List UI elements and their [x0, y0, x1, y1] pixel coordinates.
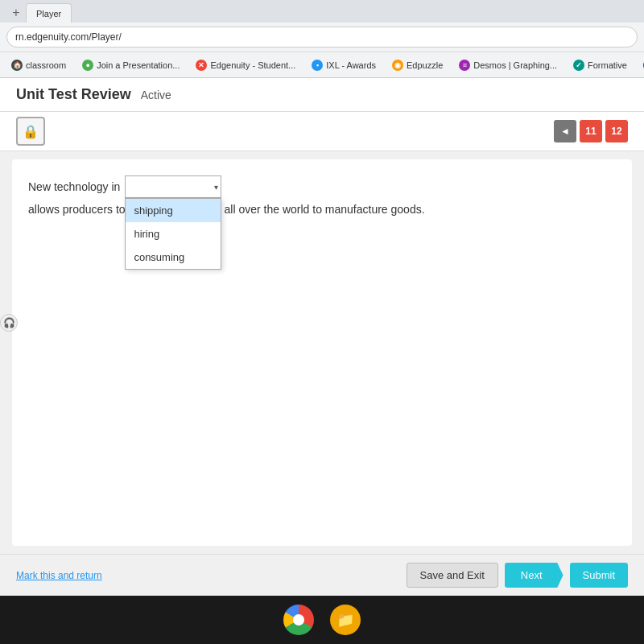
- dropdown-popup: shipping hiring consuming: [125, 198, 221, 270]
- page-header: Unit Test Review Active: [0, 78, 644, 112]
- bookmark-ixl-label: IXL - Awards: [326, 60, 376, 70]
- question-footer: Mark this and return Save and Exit Next …: [0, 554, 644, 596]
- bookmark-desmos[interactable]: ≡ Desmos | Graphing...: [454, 58, 562, 72]
- mark-return-link[interactable]: Mark this and return: [16, 570, 102, 581]
- taskbar: 📁: [0, 596, 644, 644]
- toolbar: 🔒 ◄ 11 12: [0, 112, 644, 151]
- lock-icon: 🔒: [23, 124, 39, 139]
- bookmark-formative-label: Formative: [588, 60, 627, 70]
- dropdown-container[interactable]: shipping hiring consuming ▾ shipping hir…: [125, 175, 221, 198]
- bookmark-edgenuity-label: Edgenuity - Student...: [210, 60, 295, 70]
- bookmark-classroom[interactable]: 🏠 classroom: [6, 58, 71, 72]
- lock-button[interactable]: 🔒: [16, 117, 45, 146]
- bookmark-join-presentation[interactable]: ● Join a Presentation...: [77, 58, 184, 72]
- question-text-before: New technology in: [28, 180, 120, 193]
- question-text-after: allows producers to use materials from a…: [28, 203, 425, 216]
- bookmark-edpuzzle-label: Edpuzzle: [407, 60, 443, 70]
- bookmark-edgenuity[interactable]: ✕ Edgenuity - Student...: [191, 58, 300, 72]
- submit-button[interactable]: Submit: [570, 563, 628, 588]
- option-hiring[interactable]: hiring: [126, 222, 221, 246]
- status-badge: Active: [141, 89, 171, 101]
- files-icon: 📁: [336, 611, 354, 629]
- prev-page-button[interactable]: ◄: [554, 120, 576, 142]
- chrome-taskbar-icon[interactable]: [283, 605, 314, 635]
- address-bar[interactable]: rn.edgenuity.com/Player/: [6, 27, 638, 47]
- files-taskbar-icon[interactable]: 📁: [330, 605, 361, 635]
- bookmarks-bar: 🏠 classroom ● Join a Presentation... ✕ E…: [0, 52, 644, 77]
- new-tab-button[interactable]: +: [6, 3, 26, 23]
- footer-buttons: Save and Exit Next Submit: [407, 563, 628, 588]
- chrome-inner-circle: [293, 614, 304, 625]
- bookmark-classroom-label: classroom: [26, 60, 66, 70]
- bookmark-pihma[interactable]: ◎ PIHMA C: [638, 58, 644, 72]
- page-title: Unit Test Review: [16, 86, 131, 103]
- question-text-row: New technology in shipping hiring consum…: [28, 175, 616, 216]
- ixl-icon: ▪: [312, 60, 323, 71]
- active-tab[interactable]: Player: [26, 3, 72, 23]
- page-12-button[interactable]: 12: [605, 120, 628, 142]
- option-shipping[interactable]: shipping: [126, 199, 221, 222]
- formative-icon: ✓: [573, 60, 584, 71]
- page-11-button[interactable]: 11: [580, 120, 602, 142]
- bookmark-edpuzzle[interactable]: ◉ Edpuzzle: [387, 58, 448, 72]
- address-bar-row: rn.edgenuity.com/Player/: [0, 23, 644, 52]
- tab-bar: + Player: [0, 0, 644, 23]
- audio-icon[interactable]: 🎧: [0, 314, 18, 332]
- bookmark-desmos-label: Desmos | Graphing...: [473, 60, 557, 70]
- save-exit-button[interactable]: Save and Exit: [407, 563, 498, 588]
- bookmark-join-label: Join a Presentation...: [97, 60, 180, 70]
- edgenuity-icon: ✕: [196, 60, 207, 71]
- question-area: 🎧 New technology in shipping hiring cons…: [12, 159, 632, 546]
- next-button[interactable]: Next: [505, 563, 564, 588]
- desmos-icon: ≡: [459, 60, 470, 71]
- join-presentation-icon: ●: [82, 60, 93, 71]
- classroom-icon: 🏠: [11, 60, 23, 71]
- bookmark-formative[interactable]: ✓ Formative: [568, 58, 632, 72]
- answer-dropdown[interactable]: shipping hiring consuming: [125, 175, 221, 198]
- bookmark-ixl[interactable]: ▪ IXL - Awards: [307, 58, 381, 72]
- option-consuming[interactable]: consuming: [126, 246, 221, 269]
- edpuzzle-icon: ◉: [392, 60, 403, 71]
